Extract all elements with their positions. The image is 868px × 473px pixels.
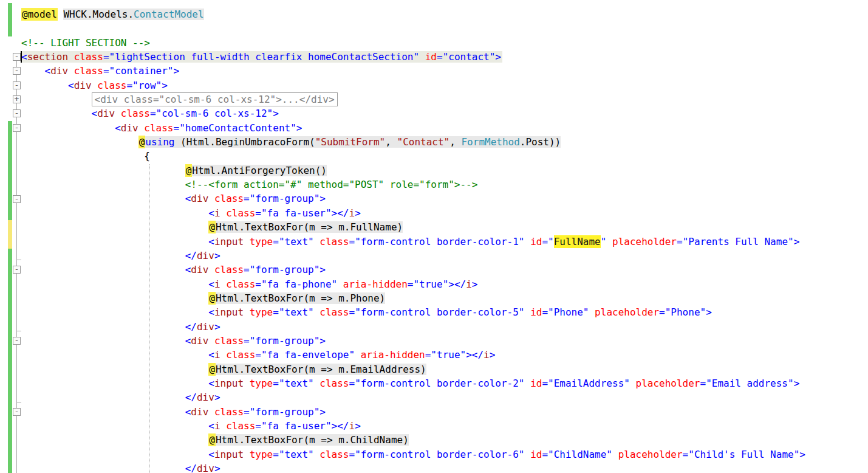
code-token: class <box>320 306 349 318</box>
code-token: = <box>349 378 355 389</box>
code-token: @ <box>138 136 146 148</box>
code-token: > <box>794 378 800 389</box>
code-token <box>58 9 64 20</box>
code-token: "text" <box>279 449 314 460</box>
indent-whitespace <box>21 406 185 418</box>
indent-whitespace <box>21 94 92 105</box>
fold-expand-marker[interactable]: + <box>13 95 21 103</box>
code-line: <div class="form-group"> <box>21 334 868 348</box>
fold-collapse-marker[interactable]: - <box>13 53 21 61</box>
code-token: @ <box>185 164 193 177</box>
code-token: > <box>320 264 326 275</box>
code-token: > <box>490 349 496 361</box>
code-line-content: <i class="fa fa-phone" aria-hidden="true… <box>208 278 477 290</box>
code-token: Html.TextBoxFor(m => m.Phone) <box>216 292 385 304</box>
code-token: aria-hidden <box>361 349 425 361</box>
indent-whitespace <box>21 364 208 375</box>
code-token <box>115 108 121 119</box>
code-token: div <box>74 80 92 91</box>
code-line-content: <div class="form-group"> <box>185 406 326 418</box>
code-token: < <box>208 306 214 318</box>
code-token: = <box>659 306 665 318</box>
code-token: class <box>320 236 349 247</box>
code-token: > <box>320 406 326 418</box>
code-line-content: <div class="container"> <box>45 65 180 77</box>
code-token: "form-group" <box>250 335 320 347</box>
code-line-content: <!-- LIGHT SECTION --> <box>21 37 150 49</box>
code-token <box>68 65 74 77</box>
fold-collapse-marker[interactable]: - <box>13 266 21 274</box>
code-token: "form-group" <box>250 406 320 418</box>
fold-collapse-marker[interactable]: - <box>13 124 21 132</box>
code-token: input <box>214 306 244 318</box>
fold-collapse-marker[interactable]: - <box>13 81 21 89</box>
code-token: FormMethod <box>461 136 519 148</box>
fold-collapse-marker[interactable]: - <box>13 408 21 416</box>
code-line-content: <div class="col-sm-6 col-xs-12"> <box>92 108 279 119</box>
fold-collapse-marker[interactable]: - <box>13 337 21 345</box>
code-line-content: <div class="form-group"> <box>185 193 326 204</box>
code-line: <!--<form action="#" method="POST" role=… <box>21 178 868 192</box>
fold-collapse-marker[interactable]: - <box>13 67 21 75</box>
code-token: div <box>197 250 214 261</box>
code-line: <input type="text" class="form-control b… <box>21 376 868 390</box>
indent-whitespace <box>21 278 208 290</box>
code-token: input <box>214 378 244 389</box>
fold-collapse-marker[interactable]: - <box>13 195 21 203</box>
code-token: "form-control border-color-6" <box>355 449 524 460</box>
code-token: "SubmitForm" <box>315 136 386 148</box>
code-line-content: </div> <box>185 250 220 261</box>
code-token: < <box>45 65 51 77</box>
code-token: Html.AntiForgeryToken() <box>192 165 327 176</box>
code-line-content: <div class="homeContactContent"> <box>115 122 302 134</box>
code-token <box>220 278 227 290</box>
collapsed-region-placeholder[interactable]: <div class="col-sm-6 col-xs-12">...</div… <box>92 92 338 106</box>
code-token <box>138 122 145 134</box>
code-token: "form-control border-color-2" <box>355 378 524 389</box>
code-token: = <box>677 236 683 247</box>
code-line: <div class="form-group"> <box>21 192 868 205</box>
fold-region-end-tick <box>16 260 21 260</box>
code-token: ></ <box>448 278 466 290</box>
code-token <box>589 306 595 318</box>
indent-whitespace <box>21 80 68 91</box>
code-token: class <box>214 335 244 347</box>
code-token <box>524 306 530 318</box>
code-area[interactable]: @model WHCK.Models.ContactModel<!-- LIGH… <box>21 7 868 473</box>
code-token: i <box>214 278 220 290</box>
code-token: @ <box>208 221 216 233</box>
code-line-content: <!--<form action="#" method="POST" role=… <box>185 179 478 190</box>
code-token: = <box>103 65 109 77</box>
code-token: > <box>799 449 805 460</box>
code-token <box>524 378 530 389</box>
code-token: = <box>349 306 355 318</box>
code-line: <input type="text" class="form-control b… <box>21 305 868 319</box>
code-token: "ChildName" <box>548 449 612 460</box>
code-token: < <box>208 449 214 460</box>
code-token: "form-control border-color-1" <box>355 236 524 247</box>
fold-collapse-marker[interactable]: - <box>13 109 21 117</box>
code-token: > <box>472 278 478 290</box>
code-line: @model WHCK.Models.ContactModel <box>21 7 868 21</box>
fold-region-end-tick <box>16 331 21 331</box>
code-token: = <box>173 122 179 134</box>
code-line: @using (Html.BeginUmbracoForm("SubmitFor… <box>21 135 868 149</box>
code-token <box>220 349 227 361</box>
code-token: type <box>250 236 273 247</box>
code-token: < <box>208 378 214 389</box>
indent-whitespace <box>21 392 185 403</box>
text-caret <box>21 51 22 63</box>
code-token: Html.TextBoxFor(m => m.ChildName) <box>216 434 409 446</box>
code-token: div <box>97 108 115 119</box>
code-token: > <box>706 306 712 318</box>
indent-whitespace <box>21 136 138 148</box>
code-line-content: <input type="text" class="form-control b… <box>208 449 805 460</box>
code-token: @model <box>21 8 58 21</box>
code-token: = <box>244 335 250 347</box>
code-line: { <box>21 149 868 163</box>
indent-whitespace <box>21 221 208 233</box>
code-token: "form-group" <box>250 193 320 204</box>
code-token: = <box>150 108 156 119</box>
code-token: using <box>145 136 174 148</box>
code-token: "row" <box>132 80 162 91</box>
